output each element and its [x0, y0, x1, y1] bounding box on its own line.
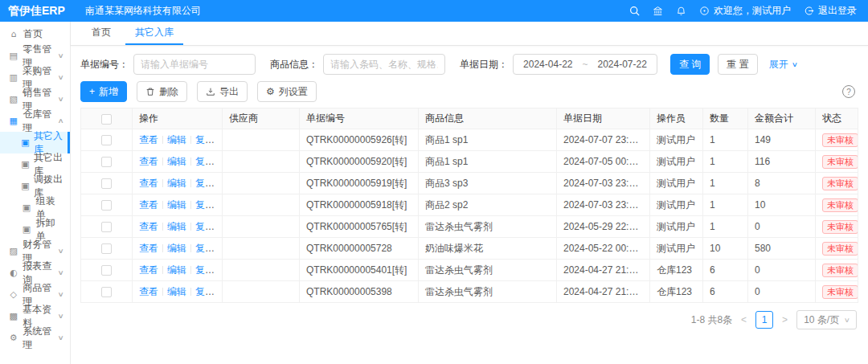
- view-link[interactable]: 查看: [139, 264, 158, 276]
- date-cell: 2024-04-27 21:42:08: [557, 281, 650, 303]
- bill-no-label: 单据编号：: [80, 58, 129, 72]
- bell-icon[interactable]: [676, 6, 686, 16]
- row-actions-cell: 查看编辑复制删除: [133, 173, 223, 194]
- edit-link[interactable]: 编辑: [167, 156, 186, 167]
- sidebar-item[interactable]: ⚙ 系统管理 ∨: [0, 327, 70, 349]
- supplier-cell: [223, 151, 300, 173]
- edit-link[interactable]: 编辑: [167, 199, 186, 211]
- row-checkbox[interactable]: [101, 243, 112, 254]
- logout-text: 退出登录: [818, 4, 857, 18]
- sidebar-item-label: 系统管理: [23, 325, 59, 352]
- view-link[interactable]: 查看: [139, 199, 158, 211]
- row-checkbox[interactable]: [101, 178, 112, 189]
- row-checkbox[interactable]: [101, 265, 112, 276]
- next-page-button[interactable]: >: [780, 314, 789, 325]
- bill-no-cell: QTRK00000005920[转]: [300, 151, 419, 173]
- row-actions-cell: 查看编辑复制删除: [133, 260, 223, 281]
- chevron-icon: ∨: [58, 247, 72, 255]
- system-icon: ⚙: [8, 333, 18, 343]
- view-link[interactable]: 查看: [139, 134, 158, 145]
- current-page-button[interactable]: 1: [755, 311, 773, 329]
- page-size-select[interactable]: 10 条/页 ∨: [796, 310, 857, 329]
- supplier-cell: [223, 173, 300, 194]
- table-row: 查看编辑复制删除 QTRK00000005926[转] 商品1 sp1 2024…: [81, 129, 858, 151]
- welcome-user[interactable]: 欢迎您，测试用户: [699, 4, 791, 18]
- divider: [162, 179, 163, 187]
- edit-link[interactable]: 编辑: [167, 134, 186, 145]
- delete-button[interactable]: 删除: [137, 81, 187, 102]
- bank-icon[interactable]: [653, 6, 663, 16]
- search-button[interactable]: 查 询: [670, 54, 710, 75]
- expand-label: 展开: [769, 58, 788, 72]
- row-checkbox[interactable]: [101, 222, 112, 232]
- trash-icon: [145, 87, 155, 96]
- view-link[interactable]: 查看: [139, 286, 158, 297]
- view-link[interactable]: 查看: [139, 221, 158, 232]
- status-cell: 未审核: [816, 194, 858, 216]
- view-link[interactable]: 查看: [139, 156, 158, 167]
- search-icon[interactable]: [629, 6, 640, 16]
- bill-no-cell: QTRK00000005926[转]: [300, 129, 419, 151]
- row-checkbox[interactable]: [101, 200, 112, 211]
- help-icon[interactable]: ?: [842, 85, 855, 98]
- reset-button[interactable]: 重 置: [718, 54, 757, 75]
- amount-cell: 580: [748, 238, 816, 260]
- prev-page-button[interactable]: <: [739, 314, 748, 325]
- copy-link[interactable]: 复制: [195, 286, 215, 297]
- copy-link[interactable]: 复制: [195, 199, 215, 211]
- column-header: 操作: [133, 108, 223, 129]
- bill-no-input[interactable]: [133, 54, 256, 75]
- divider: [162, 223, 163, 231]
- divider: [219, 244, 219, 252]
- add-label: 新增: [99, 85, 118, 99]
- status-cell: 未审核: [816, 260, 858, 281]
- table-row: 查看编辑复制删除 QTRK00000005728 奶油味爆米花 2024-05-…: [81, 238, 858, 260]
- chevron-icon: ∨: [58, 334, 72, 342]
- column-header: 数量: [703, 108, 748, 129]
- export-button[interactable]: 导出: [197, 81, 248, 102]
- divider: [162, 288, 163, 296]
- row-checkbox[interactable]: [101, 287, 112, 297]
- column-settings-button[interactable]: ⚙ 列设置: [257, 81, 317, 102]
- edit-link[interactable]: 编辑: [167, 243, 186, 254]
- date-range-picker[interactable]: 2024-04-22 ~ 2024-07-22: [513, 54, 657, 75]
- goods-icon: ◇: [8, 289, 18, 300]
- expand-filters-link[interactable]: 展开 ∨: [769, 58, 797, 72]
- product-info-input[interactable]: [323, 54, 445, 75]
- divider: [190, 157, 191, 166]
- copy-link[interactable]: 复制: [195, 178, 215, 189]
- table-row: 查看编辑复制删除 QTRK00000005920[转] 商品1 sp1 2024…: [81, 151, 858, 173]
- divider: [219, 223, 219, 231]
- sidebar-item-label: 首页: [23, 27, 43, 41]
- divider: [190, 201, 191, 209]
- edit-link[interactable]: 编辑: [167, 178, 186, 189]
- divider: [190, 223, 191, 231]
- logout-button[interactable]: 退出登录: [804, 4, 857, 18]
- row-checkbox[interactable]: [101, 157, 112, 167]
- edit-link[interactable]: 编辑: [167, 264, 186, 276]
- row-actions-cell: 查看编辑复制删除: [133, 129, 223, 151]
- page-size-value: 10 条/页: [804, 313, 839, 327]
- date-cell: 2024-07-03 23:22:05: [557, 173, 650, 194]
- row-checkbox[interactable]: [101, 135, 112, 145]
- copy-link[interactable]: 复制: [195, 243, 215, 254]
- status-cell: 未审核: [816, 281, 858, 303]
- view-link[interactable]: 查看: [139, 178, 158, 189]
- operator-cell: 测试用户: [650, 129, 703, 151]
- tab[interactable]: 其它入库: [125, 22, 183, 45]
- welcome-text: 欢迎您，测试用户: [714, 4, 791, 18]
- edit-link[interactable]: 编辑: [167, 286, 186, 297]
- divider: [219, 179, 219, 187]
- copy-link[interactable]: 复制: [195, 134, 215, 145]
- add-button[interactable]: + 新增: [80, 81, 127, 102]
- edit-link[interactable]: 编辑: [167, 221, 186, 232]
- select-all-checkbox[interactable]: [101, 114, 112, 125]
- qty-cell: 1: [703, 129, 748, 151]
- copy-link[interactable]: 复制: [195, 221, 215, 232]
- table-row: 查看编辑复制删除 QTRK00000005401[转] 雷达杀虫气雾剂 2024…: [81, 260, 858, 281]
- tab[interactable]: 首页: [82, 22, 121, 45]
- divider: [162, 157, 163, 166]
- copy-link[interactable]: 复制: [195, 156, 215, 167]
- view-link[interactable]: 查看: [139, 243, 158, 254]
- copy-link[interactable]: 复制: [195, 264, 215, 276]
